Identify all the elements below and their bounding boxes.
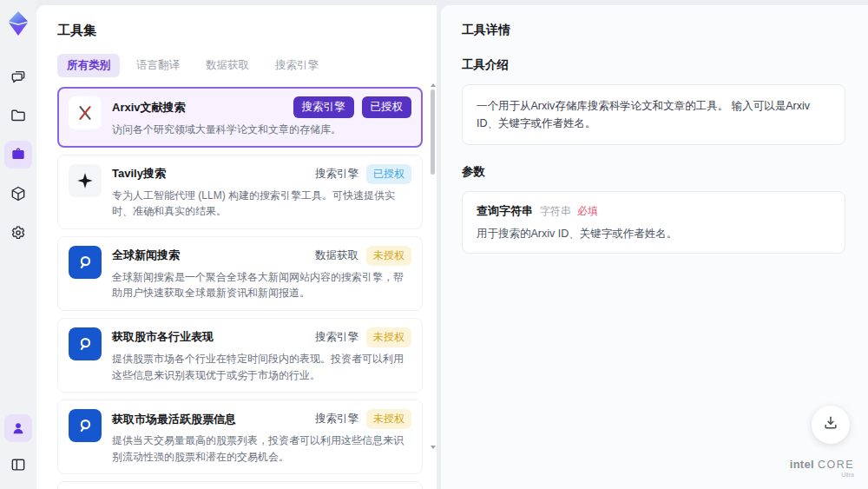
- tool-description: 全球新闻搜索是一个聚合全球各大新闻网站内容的搜索引擎，帮助用户快速获取全球最新资…: [112, 269, 411, 301]
- tool-detail-panel: 工具详情 工具介绍 一个用于从Arxiv存储库搜索科学论文和文章的工具。 输入可…: [441, 5, 868, 489]
- sidebar-bottom-item-panel-toggle[interactable]: [4, 451, 32, 479]
- sparkle-icon: [69, 164, 102, 197]
- params-heading: 参数: [462, 164, 845, 180]
- scrollbar-up-arrow-icon[interactable]: [431, 83, 436, 87]
- tool-name: Arxiv文献搜索: [112, 100, 186, 116]
- arxiv-logo-icon: [69, 96, 102, 129]
- folder-icon: [10, 107, 27, 124]
- sidebar-item-folder[interactable]: [4, 102, 32, 129]
- tool-intro-text: 一个用于从Arxiv存储库搜索科学论文和文章的工具。 输入可以是Arxiv ID…: [462, 84, 845, 145]
- tool-list-panel: 工具集 所有类别语言翻译数据获取搜索引擎 Arxiv文献搜索 搜索引擎 已授权 …: [36, 5, 437, 489]
- tool-category-badge: 搜索引擎: [293, 96, 354, 118]
- brand-word-core: CORE: [818, 459, 854, 471]
- tool-card-4[interactable]: 获取市场最活跃股票信息 搜索引擎 未授权 提供当天交易量最高的股票列表，投资者可…: [57, 400, 423, 474]
- tool-card-3[interactable]: 获取股市各行业表现 搜索引擎 未授权 提供股票市场各个行业在特定时间段内的表现。…: [57, 318, 423, 393]
- tool-name: 获取市场最活跃股票信息: [112, 412, 236, 427]
- gear-icon: [10, 224, 27, 241]
- search-app-icon: [69, 409, 102, 442]
- tool-auth-badge: 已授权: [362, 96, 412, 118]
- tab-1[interactable]: 语言翻译: [127, 54, 189, 77]
- parameter-required-label: 必填: [577, 204, 598, 219]
- scrollbar-down-arrow-icon[interactable]: [431, 446, 436, 449]
- tool-description: 专为人工智能代理 (LLM) 构建的搜索引擎工具。可快速提供实时、准确和真实的结…: [112, 188, 411, 220]
- tool-description: 访问各个研究领域大量科学论文和文章的存储库。: [112, 122, 411, 138]
- tool-category-badge: 搜索引擎: [315, 167, 358, 182]
- tool-category-badge: 数据获取: [315, 248, 358, 263]
- chat-icon: [10, 68, 27, 85]
- tool-description: 提供当天交易量最高的股票列表，投资者可以利用这些信息来识别流动性强的股票和潜在的…: [112, 433, 411, 465]
- sidebar-item-briefcase[interactable]: [4, 141, 32, 169]
- tool-category-badge: 搜索引擎: [315, 412, 358, 426]
- tab-2[interactable]: 数据获取: [196, 54, 259, 77]
- tool-card-5[interactable]: 万维地区新闻查询 搜索引擎 未授权 查询具体行政区划内的新闻，快速了解各地新闻动: [57, 481, 423, 489]
- tool-auth-badge: 未授权: [366, 246, 411, 266]
- intro-heading: 工具介绍: [462, 57, 845, 73]
- intel-core-logo: intel CORE Ultra: [790, 458, 854, 478]
- tool-auth-badge: 未授权: [366, 409, 411, 429]
- briefcase-icon: [10, 146, 27, 163]
- tool-category-badge: 搜索引擎: [315, 330, 358, 345]
- tool-auth-badge: 未授权: [366, 327, 411, 347]
- search-app-icon: [69, 327, 102, 360]
- tab-3[interactable]: 搜索引擎: [266, 54, 328, 77]
- sidebar-item-chat[interactable]: [4, 63, 32, 90]
- download-button[interactable]: [812, 406, 850, 444]
- detail-title: 工具详情: [462, 23, 845, 38]
- scrollbar-thumb[interactable]: [431, 89, 435, 175]
- app-logo-icon: [5, 9, 31, 38]
- tool-name: Tavily搜索: [112, 166, 166, 182]
- sidebar-item-cube[interactable]: [4, 180, 32, 208]
- list-scrollbar[interactable]: [431, 83, 436, 480]
- category-tabs: 所有类别语言翻译数据获取搜索引擎: [57, 54, 424, 77]
- parameter-description: 用于搜索的Arxiv ID、关键字或作者姓名。: [477, 227, 831, 241]
- tool-name: 获取股市各行业表现: [112, 329, 214, 345]
- brand-sub-label: Ultra: [790, 472, 854, 478]
- tab-0[interactable]: 所有类别: [57, 54, 120, 77]
- tool-card-2[interactable]: 全球新闻搜索 数据获取 未授权 全球新闻搜索是一个聚合全球各大新闻网站内容的搜索…: [57, 236, 423, 311]
- panel-toggle-icon: [10, 456, 27, 473]
- tool-card-0[interactable]: Arxiv文献搜索 搜索引擎 已授权 访问各个研究领域大量科学论文和文章的存储库…: [57, 87, 423, 148]
- tool-description: 提供股票市场各个行业在特定时间段内的表现。投资者可以利用这些信息来识别表现优于或…: [112, 351, 411, 383]
- cube-icon: [10, 185, 27, 202]
- user-icon: [10, 420, 27, 437]
- sidebar-bottom-item-user[interactable]: [4, 414, 32, 442]
- tool-list: Arxiv文献搜索 搜索引擎 已授权 访问各个研究领域大量科学论文和文章的存储库…: [57, 87, 423, 489]
- parameter-type: 字符串: [540, 204, 571, 219]
- app-sidebar: [0, 0, 36, 489]
- parameter-card: 查询字符串 字符串 必填 用于搜索的Arxiv ID、关键字或作者姓名。: [462, 191, 845, 254]
- sidebar-item-gear[interactable]: [4, 219, 32, 247]
- page-title: 工具集: [57, 23, 424, 39]
- tool-name: 全球新闻搜索: [112, 248, 180, 263]
- download-icon: [822, 414, 839, 435]
- brand-word-intel: intel: [790, 458, 814, 471]
- tool-auth-badge: 已授权: [366, 164, 411, 184]
- parameter-name: 查询字符串: [477, 203, 533, 219]
- search-app-icon: [69, 246, 102, 279]
- tool-card-1[interactable]: Tavily搜索 搜索引擎 已授权 专为人工智能代理 (LLM) 构建的搜索引擎…: [57, 155, 423, 229]
